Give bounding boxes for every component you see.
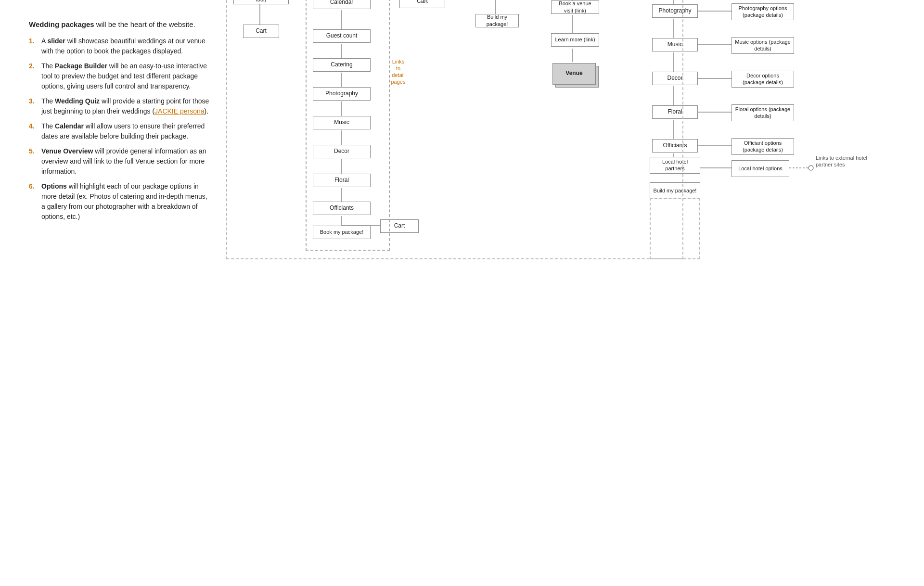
local-hotel-options-box: Local hotel options bbox=[732, 160, 789, 177]
list-item-4: 4. The Calendar will allow users to ensu… bbox=[29, 121, 212, 141]
officiant-options-box: Officiant options (package details) bbox=[732, 138, 794, 155]
list-item-6: 6. Options will highlight each of our pa… bbox=[29, 181, 212, 222]
list-item-2: 2. The Package Builder will be an easy-t… bbox=[29, 61, 212, 91]
diagram-container: Wedding packages 1 2 3 4 5 6 Package gal… bbox=[212, 0, 924, 270]
svg-point-45 bbox=[808, 166, 813, 170]
build-my-package-dashed bbox=[650, 198, 700, 259]
outer-dashed-border bbox=[226, 0, 683, 259]
list-item-3: 3. The Wedding Quiz will provide a start… bbox=[29, 96, 212, 116]
venue-box: Venue bbox=[552, 63, 596, 85]
links-external-label: Links to external hotel partner sites bbox=[816, 154, 873, 168]
floral-options-box: Floral options (package details) bbox=[732, 104, 794, 121]
page-wrapper: Wedding packages will be the heart of th… bbox=[29, 19, 895, 270]
list-item-5: 5. Venue Overview will provide general i… bbox=[29, 146, 212, 177]
photography-options-box: Photography options (package details) bbox=[732, 3, 794, 20]
jackie-persona-link[interactable]: JACKIE persona bbox=[154, 107, 205, 115]
decor-options-box: Decor options (package details) bbox=[732, 71, 794, 88]
music-options-box: Music options (package details) bbox=[732, 37, 794, 54]
intro-title: Wedding packages will be the heart of th… bbox=[29, 19, 212, 30]
intro-list: 1. A slider will showcase beautiful wedd… bbox=[29, 36, 212, 222]
intro-section: Wedding packages will be the heart of th… bbox=[29, 19, 212, 222]
list-item-1: 1. A slider will showcase beautiful wedd… bbox=[29, 36, 212, 56]
